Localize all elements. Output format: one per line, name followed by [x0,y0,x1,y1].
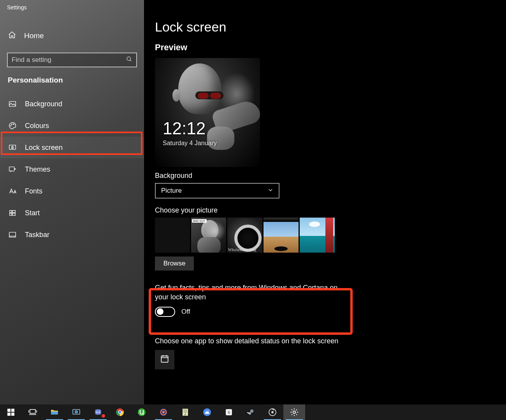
fun-facts-label: Get fun facts, tips and more from Window… [155,283,350,302]
svg-point-28 [75,411,77,413]
chevron-down-icon [268,187,273,195]
svg-point-5 [13,124,14,125]
svg-text:S: S [228,410,230,415]
task-view-button[interactable] [22,404,44,420]
svg-point-44 [251,411,252,411]
background-select[interactable]: Picture [155,183,279,199]
taskbar-teamviewer[interactable] [65,404,87,420]
detailed-status-app-tile[interactable] [155,350,174,369]
picture-thumbnails: BAD GUY Wholesome Rag [155,218,506,253]
taskbar-notepadpp[interactable] [174,404,196,420]
lock-screen-preview: 12:12 Saturday 4 January [155,58,260,167]
start-button[interactable] [0,404,22,420]
svg-rect-20 [11,409,14,412]
svg-point-3 [11,125,11,126]
svg-rect-7 [12,147,13,149]
fonts-icon [8,187,17,195]
sidebar-item-label: Start [25,209,40,217]
taskbar-icon [8,230,17,239]
taskbar-utorrent[interactable] [131,404,153,420]
search-icon [126,56,132,64]
taskbar-chrome[interactable] [109,404,131,420]
svg-point-29 [96,411,97,413]
svg-point-4 [11,124,12,125]
svg-rect-19 [7,409,11,412]
taskbar-nordvpn[interactable] [196,404,218,420]
main-panel: Lock screen Preview 12:12 Saturday 4 Jan… [144,0,506,404]
window-title: Settings [0,0,144,11]
taskbar-file-explorer[interactable] [44,404,65,420]
picture-thumb-1[interactable]: BAD GUY [191,218,226,253]
browse-button[interactable]: Browse [155,257,194,271]
svg-point-42 [247,408,255,416]
start-icon [8,209,17,217]
thumb-caption: Wholesome Rag [228,248,257,252]
sidebar-item-colours[interactable]: Colours [0,115,144,137]
taskbar-groove[interactable] [262,404,283,420]
thumb-bubble: BAD GUY [192,219,207,223]
svg-rect-10 [12,211,15,213]
svg-rect-9 [10,211,12,213]
sidebar-item-fonts[interactable]: Fonts [0,180,144,202]
taskbar-discord[interactable] [87,404,109,420]
search-box[interactable] [7,53,137,67]
preview-date: Saturday 4 January [163,140,217,147]
calendar-icon [160,354,170,366]
svg-rect-22 [11,413,14,416]
sidebar-nav: Background Colours Lock screen Themes Fo… [0,93,144,246]
sidebar-item-label: Background [25,100,62,108]
background-select-value: Picture [161,187,182,195]
sidebar-item-label: Themes [25,165,50,174]
preview-time: 12:12 [163,119,206,138]
search-input[interactable] [12,56,126,64]
picture-thumb-current[interactable] [155,218,190,253]
search-wrap [0,46,144,67]
svg-line-1 [130,60,131,61]
sidebar-item-taskbar[interactable]: Taskbar [0,224,144,246]
detailed-status-label: Choose one app to show detailed status o… [155,337,506,345]
picture-thumb-4[interactable] [300,218,335,253]
background-label: Background [155,172,506,180]
home-label: Home [24,32,44,40]
sidebar-item-lock-screen[interactable]: Lock screen [0,137,144,158]
home-icon [8,31,16,41]
themes-icon [8,165,17,174]
sidebar-item-label: Lock screen [25,144,63,152]
sidebar-category: Personalisation [0,67,144,84]
svg-rect-13 [9,232,16,237]
fun-facts-toggle[interactable] [155,307,175,317]
fun-facts-state: Off [181,308,190,316]
svg-point-48 [293,411,295,413]
svg-rect-8 [9,167,14,171]
page-title: Lock screen [155,19,506,35]
svg-rect-21 [7,413,11,416]
sidebar-item-start[interactable]: Start [0,202,144,224]
taskbar-sai[interactable]: S [218,404,240,420]
sidebar-item-label: Fonts [25,187,42,195]
sidebar-item-background[interactable]: Background [0,93,144,115]
lock-screen-icon [8,143,17,152]
choose-picture-label: Choose your picture [155,206,506,214]
taskbar-steam[interactable] [240,404,262,420]
svg-rect-12 [12,213,15,216]
svg-point-33 [119,411,121,413]
sidebar-item-label: Taskbar [25,231,49,239]
taskbar-settings[interactable] [283,404,305,420]
colours-icon [8,121,17,130]
svg-rect-15 [161,356,168,362]
home-nav[interactable]: Home [0,26,144,46]
svg-point-37 [162,411,165,413]
sidebar: Settings Home Personalisation Background… [0,0,144,404]
sidebar-item-themes[interactable]: Themes [0,158,144,180]
svg-point-34 [138,408,146,416]
background-icon [8,100,17,108]
fun-facts-block: Get fun facts, tips and more from Window… [155,283,350,317]
svg-point-30 [98,411,100,413]
svg-rect-11 [10,213,12,216]
taskbar: S [0,404,506,420]
svg-point-0 [127,57,130,60]
picture-thumb-2[interactable]: Wholesome Rag [227,218,262,253]
picture-thumb-3[interactable] [264,218,299,253]
svg-rect-23 [30,409,35,413]
taskbar-voicemeeter[interactable] [153,404,174,420]
